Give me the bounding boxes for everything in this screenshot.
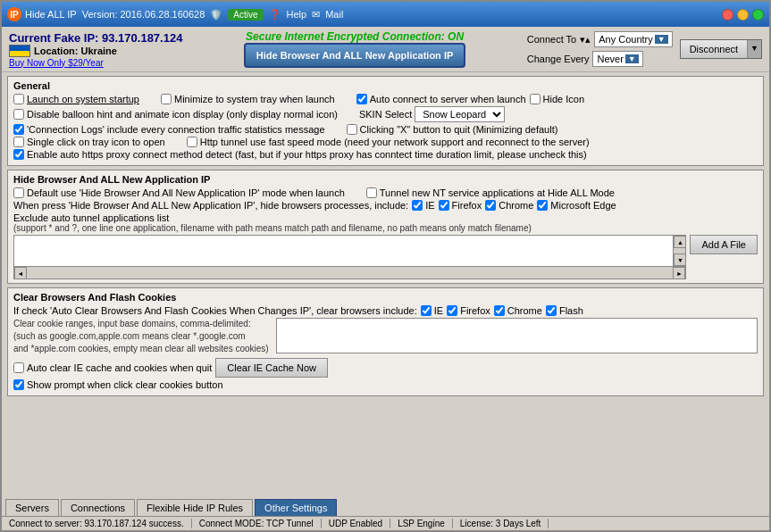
ukraine-flag bbox=[9, 45, 30, 57]
tab-connections[interactable]: Connections bbox=[61, 499, 135, 516]
minimize-button[interactable] bbox=[737, 9, 749, 21]
default-use-label[interactable]: Default use 'Hide Browser And All New Ap… bbox=[27, 187, 345, 198]
http-tunnel-checkbox[interactable] bbox=[187, 137, 197, 147]
launch-startup-checkbox[interactable] bbox=[13, 94, 24, 104]
single-click-label[interactable]: Single click on tray icon to open bbox=[27, 137, 165, 147]
content-area: General Launch on system startup Minimiz… bbox=[2, 72, 769, 497]
disconnect-button[interactable]: Disconnect bbox=[681, 40, 747, 58]
hide-icon-checkbox[interactable] bbox=[530, 94, 541, 104]
never-dropdown-arrow: ▼ bbox=[625, 54, 639, 63]
edge-label: Microsoft Edge bbox=[550, 200, 616, 211]
general-title: General bbox=[13, 80, 758, 91]
clear-flash-checkbox[interactable] bbox=[546, 305, 557, 316]
never-dropdown[interactable]: Never ▼ bbox=[592, 51, 642, 67]
scroll-left[interactable]: ◄ bbox=[14, 267, 27, 279]
connect-to-label: Connect To bbox=[527, 34, 576, 45]
firefox-label: Firefox bbox=[452, 200, 482, 211]
exclude-label: Exclude auto tunnel applications list bbox=[13, 212, 758, 223]
country-value: Any Country bbox=[599, 34, 653, 45]
http-tunnel-label[interactable]: Http tunnel use fast speed mode (need yo… bbox=[200, 137, 590, 147]
window-controls bbox=[722, 9, 764, 21]
country-dropdown-arrow: ▼ bbox=[655, 35, 668, 44]
disable-balloon-label[interactable]: Disable balloon hint and animate icon di… bbox=[27, 109, 338, 120]
minimize-tray-checkbox[interactable] bbox=[161, 94, 172, 104]
firefox-checkbox[interactable] bbox=[439, 200, 449, 211]
help-link[interactable]: Help bbox=[287, 9, 307, 20]
country-dropdown[interactable]: Any Country ▼ bbox=[594, 31, 672, 47]
tab-other-settings[interactable]: Other Settings bbox=[255, 499, 337, 516]
exclude-scrollbar-v: ▲ ▼ bbox=[673, 236, 685, 266]
tabs: Servers Connections Flexible Hide IP Rul… bbox=[2, 497, 769, 516]
mail-link[interactable]: Mail bbox=[325, 9, 343, 20]
general-section: General Launch on system startup Minimiz… bbox=[7, 76, 764, 166]
clear-firefox-checkbox[interactable] bbox=[447, 305, 457, 316]
skin-label: SKIN Select bbox=[359, 109, 412, 120]
status-mode: Connect MODE: TCP Tunnel bbox=[192, 519, 322, 528]
maximize-button[interactable] bbox=[752, 9, 764, 21]
auto-clear-ie-label[interactable]: Auto clear IE cache and cookies when qui… bbox=[27, 362, 212, 373]
exclude-textarea[interactable] bbox=[14, 236, 673, 266]
if-check-label: If check 'Auto Clear Browsers And Flash … bbox=[13, 305, 417, 316]
auto-clear-ie-checkbox[interactable] bbox=[13, 362, 24, 373]
status-udp: UDP Enabled bbox=[322, 519, 390, 528]
hide-browser-button[interactable]: Hide Browser And ALL New Application IP bbox=[244, 43, 465, 68]
exclude-area: ▲ ▼ ◄ ► Add A File bbox=[13, 235, 758, 279]
clicking-x-label[interactable]: Clicking "X" button to quit (Minimizing … bbox=[360, 124, 558, 135]
cookie-range-label: Clear cookie ranges, input base domains,… bbox=[13, 318, 269, 355]
clear-chrome-label: Chrome bbox=[507, 305, 542, 316]
default-use-checkbox[interactable] bbox=[13, 187, 24, 198]
clear-flash-label: Flash bbox=[559, 305, 583, 316]
connect-area: Connect To ▾▴ Any Country ▼ Change Every… bbox=[527, 31, 673, 67]
add-file-button[interactable]: Add A File bbox=[690, 235, 758, 254]
scroll-down[interactable]: ▼ bbox=[674, 254, 686, 266]
app-icon: IP bbox=[7, 7, 21, 21]
disconnect-arrow[interactable]: ▼ bbox=[747, 40, 761, 58]
exclude-hint: (support * and ?, one line one applicati… bbox=[13, 223, 758, 233]
clear-ie-label: IE bbox=[434, 305, 443, 316]
chrome-label: Chrome bbox=[499, 200, 533, 211]
cookie-range-input[interactable] bbox=[276, 318, 758, 353]
title-bar: IP Hide ALL IP Version: 2016.06.28.16062… bbox=[2, 2, 769, 27]
clear-ie-checkbox[interactable] bbox=[421, 305, 432, 316]
auto-connect-checkbox[interactable] bbox=[356, 94, 367, 104]
change-every-label: Change Every bbox=[527, 54, 590, 64]
location-text: Location: Ukraine bbox=[34, 46, 117, 56]
buy-link[interactable]: Buy Now Only $29/Year bbox=[9, 58, 104, 68]
skin-select[interactable]: Snow Leopard bbox=[415, 106, 505, 122]
show-prompt-label[interactable]: Show prompt when click clear cookies but… bbox=[27, 379, 223, 390]
tab-servers[interactable]: Servers bbox=[5, 499, 59, 516]
auto-connect-label[interactable]: Auto connect to server when launch bbox=[370, 94, 526, 104]
enable-https-label[interactable]: Enable auto https proxy connect method d… bbox=[27, 149, 587, 160]
show-prompt-checkbox[interactable] bbox=[13, 379, 24, 390]
clear-chrome-checkbox[interactable] bbox=[494, 305, 505, 316]
ie-label: IE bbox=[425, 200, 434, 211]
active-badge: Active bbox=[228, 9, 263, 21]
clicking-x-checkbox[interactable] bbox=[347, 124, 357, 135]
hide-icon-label[interactable]: Hide Icon bbox=[543, 94, 584, 104]
ie-checkbox[interactable] bbox=[412, 200, 423, 211]
single-click-checkbox[interactable] bbox=[13, 137, 24, 147]
secure-label: Secure Internet Encrypted Connection: ON bbox=[189, 30, 519, 43]
edge-checkbox[interactable] bbox=[537, 200, 548, 211]
hide-browser-title: Hide Browser And ALL New Application IP bbox=[13, 174, 758, 185]
chrome-checkbox[interactable] bbox=[485, 200, 496, 211]
ip-info: Current Fake IP: 93.170.187.124 Location… bbox=[9, 31, 182, 68]
clear-cache-button[interactable]: Clear IE Cache Now bbox=[215, 358, 328, 378]
minimize-tray-label[interactable]: Minimize to system tray when launch bbox=[174, 94, 335, 104]
connection-logs-label[interactable]: 'Connection Logs' include every connecti… bbox=[27, 124, 325, 135]
exclude-textarea-wrap: ▲ ▼ ◄ ► bbox=[13, 235, 686, 279]
tunnel-nt-label[interactable]: Tunnel new NT service applications at Hi… bbox=[380, 187, 615, 198]
launch-startup-label[interactable]: Launch on system startup bbox=[27, 94, 139, 104]
disable-balloon-checkbox[interactable] bbox=[13, 109, 24, 120]
tunnel-nt-checkbox[interactable] bbox=[366, 187, 377, 198]
scroll-up[interactable]: ▲ bbox=[674, 236, 686, 248]
main-window: IP Hide ALL IP Version: 2016.06.28.16062… bbox=[0, 0, 771, 532]
tab-flexible[interactable]: Flexible Hide IP Rules bbox=[137, 499, 253, 516]
scroll-right[interactable]: ► bbox=[673, 267, 685, 279]
enable-https-checkbox[interactable] bbox=[13, 149, 24, 160]
connection-logs-checkbox[interactable] bbox=[13, 124, 24, 135]
close-button[interactable] bbox=[722, 9, 733, 21]
app-name: Hide ALL IP bbox=[25, 9, 77, 20]
status-lsp: LSP Engine bbox=[390, 519, 453, 528]
hide-browser-section: Hide Browser And ALL New Application IP … bbox=[7, 170, 764, 284]
